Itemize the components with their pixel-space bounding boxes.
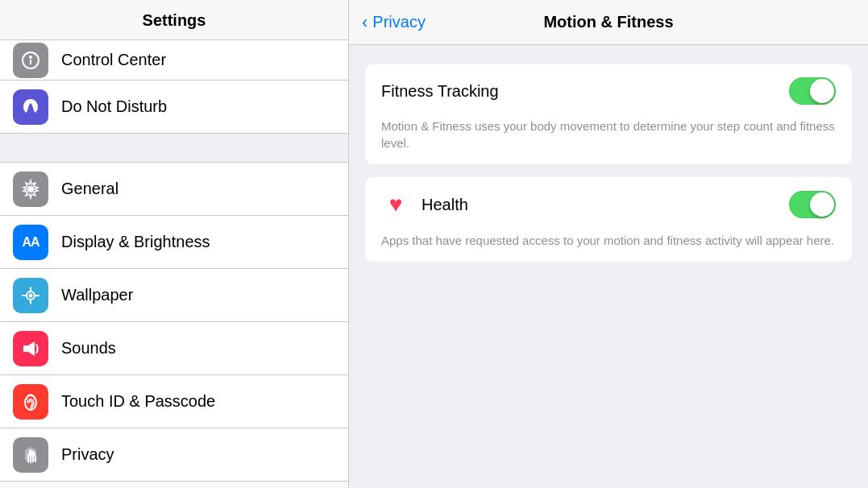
- sidebar-item-touch-id[interactable]: Touch ID & Passcode: [0, 375, 348, 428]
- svg-rect-2: [30, 60, 31, 64]
- svg-point-6: [29, 293, 33, 297]
- sidebar-item-control-center[interactable]: Control Center: [0, 40, 348, 81]
- sidebar-list: Control Center Do Not Disturb General: [0, 40, 348, 488]
- main-content: Fitness Tracking Motion & Fitness uses y…: [349, 45, 868, 488]
- svg-rect-14: [27, 456, 29, 462]
- sidebar-title: Settings: [143, 11, 206, 29]
- back-chevron-icon: ‹: [362, 12, 368, 33]
- back-label: Privacy: [372, 13, 426, 31]
- control-center-icon: [13, 43, 48, 78]
- sidebar-header: Settings: [0, 0, 348, 40]
- sidebar-item-do-not-disturb[interactable]: Do Not Disturb: [0, 81, 348, 134]
- do-not-disturb-label: Do Not Disturb: [61, 97, 167, 116]
- health-row: ♥ Health: [365, 177, 852, 232]
- health-label: Health: [422, 196, 789, 214]
- back-button[interactable]: ‹ Privacy: [362, 12, 426, 33]
- main-panel: ‹ Privacy Motion & Fitness Fitness Track…: [349, 0, 868, 488]
- sounds-icon: [13, 331, 48, 366]
- general-label: General: [61, 180, 118, 198]
- fitness-tracking-card: Fitness Tracking Motion & Fitness uses y…: [365, 64, 852, 164]
- do-not-disturb-icon: [13, 89, 48, 125]
- svg-rect-17: [35, 456, 36, 462]
- wallpaper-icon: [13, 278, 48, 313]
- sidebar-item-wallpaper[interactable]: Wallpaper: [0, 269, 348, 322]
- general-icon: [13, 172, 48, 207]
- control-center-label: Control Center: [61, 51, 166, 69]
- svg-point-1: [29, 56, 32, 59]
- display-brightness-icon: AA: [13, 225, 48, 260]
- main-title: Motion & Fitness: [543, 13, 673, 31]
- privacy-label: Privacy: [61, 445, 114, 464]
- sidebar-item-display-brightness[interactable]: AA Display & Brightness: [0, 216, 348, 269]
- fitness-tracking-label: Fitness Tracking: [381, 82, 789, 101]
- health-card: ♥ Health Apps that have requested access…: [365, 177, 852, 262]
- sidebar-item-privacy[interactable]: Privacy: [0, 428, 348, 482]
- main-header: ‹ Privacy Motion & Fitness: [349, 0, 868, 45]
- sidebar: Settings Control Center Do Not Disturb: [0, 0, 349, 488]
- sidebar-item-sounds[interactable]: Sounds: [0, 322, 348, 375]
- health-toggle[interactable]: [789, 191, 836, 218]
- svg-rect-11: [23, 345, 28, 352]
- privacy-icon: [13, 437, 48, 473]
- health-heart-icon: ♥: [381, 190, 410, 219]
- svg-point-4: [28, 187, 33, 192]
- health-description: Apps that have requested access to your …: [365, 232, 852, 262]
- svg-marker-12: [28, 341, 35, 356]
- fitness-tracking-toggle[interactable]: [789, 77, 836, 105]
- sidebar-item-general[interactable]: General: [0, 163, 348, 216]
- touch-id-label: Touch ID & Passcode: [61, 392, 215, 411]
- sidebar-section-gap: [0, 134, 348, 163]
- sounds-label: Sounds: [61, 339, 116, 358]
- wallpaper-label: Wallpaper: [61, 286, 133, 304]
- display-brightness-label: Display & Brightness: [61, 233, 210, 251]
- fitness-tracking-description: Motion & Fitness uses your body movement…: [365, 118, 852, 164]
- fitness-tracking-row: Fitness Tracking: [365, 64, 852, 118]
- touch-id-icon: [13, 384, 48, 420]
